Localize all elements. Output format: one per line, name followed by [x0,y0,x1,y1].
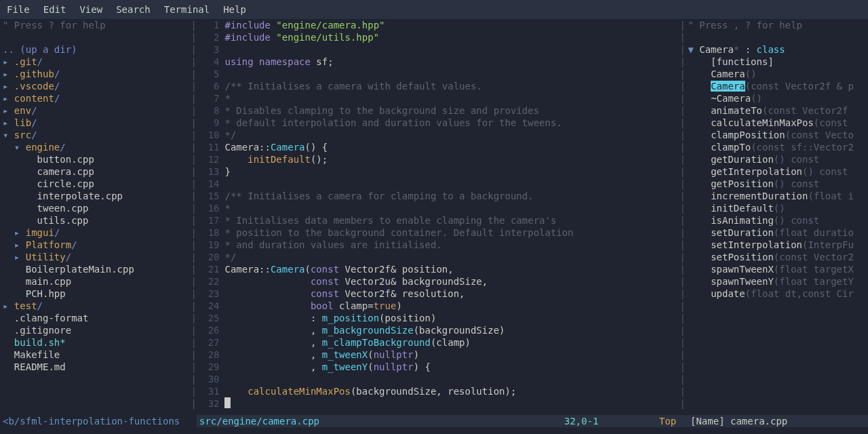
code-line[interactable] [224,373,679,385]
tree-item[interactable]: .gitignore [3,324,191,336]
code-line[interactable]: : m_position(position) [224,312,679,324]
tree-item[interactable]: ▸ lib/ [3,117,191,129]
code-line[interactable]: , m_clampToBackground(clamp) [224,336,679,349]
outline-item[interactable]: initDefault() [688,202,868,214]
code-line[interactable]: initDefault(); [224,153,679,165]
outline-item[interactable]: setDuration(float duratio [688,226,868,239]
code-line[interactable]: #include "engine/camera.hpp" [224,19,679,31]
code-line[interactable]: using namespace sf; [224,56,679,68]
outline-item[interactable]: clampPosition(const Vecto [688,129,868,141]
menu-view[interactable]: View [79,3,102,16]
outline-item[interactable]: Camera(const Vector2f & p [688,80,868,92]
outline-item[interactable]: animateTo(const Vector2f [688,104,868,117]
code-line[interactable]: Camera::Camera(const Vector2f& position, [224,263,679,275]
code-line[interactable]: * [224,92,679,104]
code-line[interactable]: * [224,202,679,214]
lineno: 8 [195,104,220,117]
tree-item[interactable]: ▸ .git/ [3,56,191,68]
main: " Press ? for help.. (up a dir)▸ .git/▸ … [0,19,868,415]
code-line[interactable]: * Initialises data members to enable cla… [224,214,679,226]
code-line[interactable]: /** Initialises a camera with default va… [224,80,679,92]
outline-item[interactable]: ~Camera() [688,92,868,104]
code-line[interactable] [224,68,679,80]
code-line[interactable]: * Disables clamping to the background si… [224,104,679,117]
up-dir[interactable]: .. (up a dir) [3,43,191,56]
outline-item[interactable]: getInterpolation() const [688,165,868,178]
outline-item[interactable]: clampTo(const sf::Vector2 [688,141,868,153]
lineno: 14 [195,178,220,190]
tree-item[interactable]: ▸ .github/ [3,68,191,80]
lineno: 10 [195,129,220,141]
code-line[interactable]: calculateMinMaxPos(backgroundSize, resol… [224,385,679,397]
tree-item[interactable]: .clang-format [3,312,191,324]
code-line[interactable]: */ [224,251,679,263]
code-line[interactable] [224,397,679,410]
tree-item[interactable]: ▸ Platform/ [3,239,191,251]
tree-item[interactable]: ▸ imgui/ [3,226,191,239]
code-line[interactable]: bool clamp=true) [224,300,679,312]
outline-item[interactable]: getDuration() const [688,153,868,165]
lineno: 24 [195,300,220,312]
code-line[interactable]: , m_tweenY(nullptr) { [224,361,679,373]
tagbar-outline[interactable]: " Press , ? for help▼ Camera* : class [f… [684,19,868,415]
code-line[interactable]: * position to the background container. … [224,226,679,239]
tree-item[interactable]: ▸ env/ [3,104,191,117]
outline-class[interactable]: ▼ Camera* : class [688,43,868,56]
code-line[interactable]: const Vector2f& resolution, [224,288,679,300]
code-line[interactable]: , m_backgroundSize(backgroundSize) [224,324,679,336]
tree-item[interactable]: BoilerplateMain.cpp [3,263,191,275]
menu-edit[interactable]: Edit [43,3,66,16]
lineno: 28 [195,349,220,361]
file-tree[interactable]: " Press ? for help.. (up a dir)▸ .git/▸ … [0,19,191,415]
menu-help[interactable]: Help [223,3,246,16]
outline-item[interactable]: calculateMinMaxPos(const [688,117,868,129]
menu-search[interactable]: Search [116,3,151,16]
tree-item[interactable]: README.md [3,361,191,373]
code-line[interactable] [224,178,679,190]
outline-item[interactable]: setInterpolation(InterpFu [688,239,868,251]
tree-item[interactable]: button.cpp [3,153,191,165]
outline-item[interactable]: Camera() [688,68,868,80]
code-line[interactable]: /** Initialises a camera for clamping to… [224,190,679,202]
outline-item[interactable]: update(float dt,const Cir [688,288,868,300]
code-line[interactable]: #include "engine/utils.hpp" [224,31,679,43]
tree-item[interactable]: ▸ Utility/ [3,251,191,263]
code-line[interactable]: const Vector2u& backgroundSize, [224,275,679,288]
tree-item[interactable]: utils.cpp [3,214,191,226]
line-numbers: 1234567891011121314151617181920212223242… [195,19,225,415]
tree-item[interactable]: ▸ .vscode/ [3,80,191,92]
lineno: 19 [195,239,220,251]
outline-item[interactable]: isAnimating() const [688,214,868,226]
tree-item[interactable]: ▸ test/ [3,300,191,312]
tree-item[interactable]: tween.cpp [3,202,191,214]
code-line[interactable]: */ [224,129,679,141]
code-line[interactable]: * default interpolation and duration val… [224,117,679,129]
tree-item[interactable]: ▾ src/ [3,129,191,141]
code-line[interactable]: Camera::Camera() { [224,141,679,153]
tree-item[interactable]: camera.cpp [3,165,191,178]
menu-file[interactable]: File [7,3,30,16]
tree-item[interactable]: build.sh* [3,336,191,349]
outline-item[interactable]: incrementDuration(float i [688,190,868,202]
tree-item[interactable]: circle.cpp [3,178,191,190]
root-dir[interactable]: ▸ .git/▸ .github/▸ .vscode/▸ content/▸ e… [3,56,191,68]
tree-item[interactable]: PCH.hpp [3,288,191,300]
menu-terminal[interactable]: Terminal [164,3,210,16]
outline-item[interactable]: setPosition(const Vector2 [688,251,868,263]
outline-item[interactable]: getPosition() const [688,178,868,190]
lineno: 15 [195,190,220,202]
tree-item[interactable]: Makefile [3,349,191,361]
code-buffer[interactable]: #include "engine/camera.hpp"#include "en… [224,19,679,415]
tree-item[interactable]: ▸ content/ [3,92,191,104]
tree-item[interactable]: main.cpp [3,275,191,288]
status-bar: <b/sfml-interpolation-functions src/engi… [0,415,868,427]
code-line[interactable]: } [224,165,679,178]
outline-item[interactable]: spawnTweenX(float targetX [688,263,868,275]
code-line[interactable] [224,43,679,56]
lineno: 18 [195,226,220,239]
code-line[interactable]: , m_tweenX(nullptr) [224,349,679,361]
outline-item[interactable]: spawnTweenY(float targetY [688,275,868,288]
tree-item[interactable]: interpolate.cpp [3,190,191,202]
tree-item[interactable]: ▾ engine/ [3,141,191,153]
code-line[interactable]: * and duration values are initialised. [224,239,679,251]
